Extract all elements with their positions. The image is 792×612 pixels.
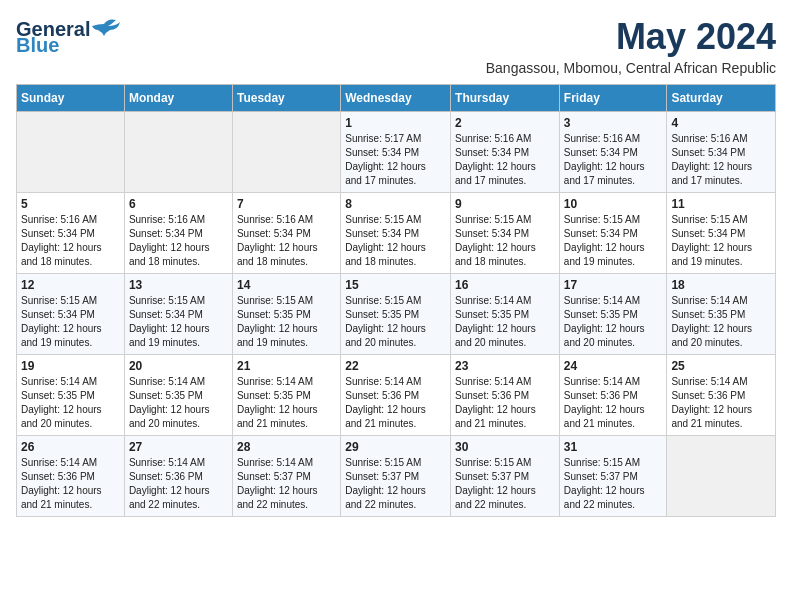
calendar-cell: 8Sunrise: 5:15 AMSunset: 5:34 PMDaylight… [341, 193, 451, 274]
day-info: Sunrise: 5:15 AMSunset: 5:34 PMDaylight:… [345, 213, 446, 269]
calendar-cell: 7Sunrise: 5:16 AMSunset: 5:34 PMDaylight… [232, 193, 340, 274]
day-number: 17 [564, 278, 663, 292]
calendar-cell: 6Sunrise: 5:16 AMSunset: 5:34 PMDaylight… [124, 193, 232, 274]
page-container: General Blue May 2024 Bangassou, Mbomou,… [16, 16, 776, 517]
calendar-cell: 1Sunrise: 5:17 AMSunset: 5:34 PMDaylight… [341, 112, 451, 193]
day-number: 8 [345, 197, 446, 211]
calendar-cell: 20Sunrise: 5:14 AMSunset: 5:35 PMDayligh… [124, 355, 232, 436]
day-number: 14 [237, 278, 336, 292]
logo-bird-icon [90, 16, 120, 44]
day-info: Sunrise: 5:15 AMSunset: 5:34 PMDaylight:… [21, 294, 120, 350]
calendar-cell [17, 112, 125, 193]
calendar-cell: 29Sunrise: 5:15 AMSunset: 5:37 PMDayligh… [341, 436, 451, 517]
week-row-2: 5Sunrise: 5:16 AMSunset: 5:34 PMDaylight… [17, 193, 776, 274]
day-number: 22 [345, 359, 446, 373]
week-row-5: 26Sunrise: 5:14 AMSunset: 5:36 PMDayligh… [17, 436, 776, 517]
day-info: Sunrise: 5:15 AMSunset: 5:37 PMDaylight:… [345, 456, 446, 512]
day-info: Sunrise: 5:14 AMSunset: 5:36 PMDaylight:… [455, 375, 555, 431]
day-info: Sunrise: 5:14 AMSunset: 5:35 PMDaylight:… [564, 294, 663, 350]
day-info: Sunrise: 5:16 AMSunset: 5:34 PMDaylight:… [564, 132, 663, 188]
day-number: 6 [129, 197, 228, 211]
calendar-cell: 31Sunrise: 5:15 AMSunset: 5:37 PMDayligh… [559, 436, 667, 517]
calendar-cell: 5Sunrise: 5:16 AMSunset: 5:34 PMDaylight… [17, 193, 125, 274]
day-number: 1 [345, 116, 446, 130]
calendar-cell: 23Sunrise: 5:14 AMSunset: 5:36 PMDayligh… [451, 355, 560, 436]
day-info: Sunrise: 5:16 AMSunset: 5:34 PMDaylight:… [237, 213, 336, 269]
calendar-cell: 26Sunrise: 5:14 AMSunset: 5:36 PMDayligh… [17, 436, 125, 517]
header: General Blue May 2024 Bangassou, Mbomou,… [16, 16, 776, 76]
day-number: 9 [455, 197, 555, 211]
logo: General Blue [16, 16, 120, 58]
day-number: 28 [237, 440, 336, 454]
day-info: Sunrise: 5:14 AMSunset: 5:36 PMDaylight:… [129, 456, 228, 512]
day-number: 20 [129, 359, 228, 373]
day-info: Sunrise: 5:16 AMSunset: 5:34 PMDaylight:… [21, 213, 120, 269]
day-number: 10 [564, 197, 663, 211]
month-title: May 2024 [486, 16, 776, 58]
day-info: Sunrise: 5:16 AMSunset: 5:34 PMDaylight:… [129, 213, 228, 269]
day-number: 13 [129, 278, 228, 292]
day-number: 27 [129, 440, 228, 454]
day-info: Sunrise: 5:16 AMSunset: 5:34 PMDaylight:… [671, 132, 771, 188]
day-number: 29 [345, 440, 446, 454]
day-number: 12 [21, 278, 120, 292]
day-number: 21 [237, 359, 336, 373]
calendar-cell: 21Sunrise: 5:14 AMSunset: 5:35 PMDayligh… [232, 355, 340, 436]
calendar-cell: 24Sunrise: 5:14 AMSunset: 5:36 PMDayligh… [559, 355, 667, 436]
calendar-cell: 14Sunrise: 5:15 AMSunset: 5:35 PMDayligh… [232, 274, 340, 355]
day-number: 11 [671, 197, 771, 211]
day-info: Sunrise: 5:15 AMSunset: 5:34 PMDaylight:… [564, 213, 663, 269]
day-number: 25 [671, 359, 771, 373]
col-saturday: Saturday [667, 85, 776, 112]
day-info: Sunrise: 5:16 AMSunset: 5:34 PMDaylight:… [455, 132, 555, 188]
day-number: 5 [21, 197, 120, 211]
calendar-cell: 12Sunrise: 5:15 AMSunset: 5:34 PMDayligh… [17, 274, 125, 355]
calendar-cell: 16Sunrise: 5:14 AMSunset: 5:35 PMDayligh… [451, 274, 560, 355]
day-number: 23 [455, 359, 555, 373]
day-info: Sunrise: 5:15 AMSunset: 5:34 PMDaylight:… [129, 294, 228, 350]
day-number: 15 [345, 278, 446, 292]
day-info: Sunrise: 5:15 AMSunset: 5:34 PMDaylight:… [671, 213, 771, 269]
location: Bangassou, Mbomou, Central African Repub… [486, 60, 776, 76]
day-number: 24 [564, 359, 663, 373]
day-number: 31 [564, 440, 663, 454]
calendar-cell [232, 112, 340, 193]
day-number: 7 [237, 197, 336, 211]
col-friday: Friday [559, 85, 667, 112]
day-number: 18 [671, 278, 771, 292]
calendar-cell [124, 112, 232, 193]
calendar-cell: 25Sunrise: 5:14 AMSunset: 5:36 PMDayligh… [667, 355, 776, 436]
title-area: May 2024 Bangassou, Mbomou, Central Afri… [486, 16, 776, 76]
day-info: Sunrise: 5:14 AMSunset: 5:35 PMDaylight:… [237, 375, 336, 431]
calendar-cell: 19Sunrise: 5:14 AMSunset: 5:35 PMDayligh… [17, 355, 125, 436]
day-info: Sunrise: 5:14 AMSunset: 5:35 PMDaylight:… [671, 294, 771, 350]
col-thursday: Thursday [451, 85, 560, 112]
logo-line2: Blue [16, 35, 90, 55]
day-number: 19 [21, 359, 120, 373]
day-info: Sunrise: 5:14 AMSunset: 5:36 PMDaylight:… [564, 375, 663, 431]
week-row-1: 1Sunrise: 5:17 AMSunset: 5:34 PMDaylight… [17, 112, 776, 193]
col-wednesday: Wednesday [341, 85, 451, 112]
calendar-cell: 27Sunrise: 5:14 AMSunset: 5:36 PMDayligh… [124, 436, 232, 517]
calendar-cell: 11Sunrise: 5:15 AMSunset: 5:34 PMDayligh… [667, 193, 776, 274]
day-info: Sunrise: 5:15 AMSunset: 5:35 PMDaylight:… [237, 294, 336, 350]
day-info: Sunrise: 5:15 AMSunset: 5:35 PMDaylight:… [345, 294, 446, 350]
day-number: 30 [455, 440, 555, 454]
day-info: Sunrise: 5:14 AMSunset: 5:35 PMDaylight:… [21, 375, 120, 431]
calendar-cell: 10Sunrise: 5:15 AMSunset: 5:34 PMDayligh… [559, 193, 667, 274]
day-info: Sunrise: 5:14 AMSunset: 5:36 PMDaylight:… [21, 456, 120, 512]
day-number: 4 [671, 116, 771, 130]
day-info: Sunrise: 5:15 AMSunset: 5:37 PMDaylight:… [564, 456, 663, 512]
calendar-cell [667, 436, 776, 517]
calendar-cell: 15Sunrise: 5:15 AMSunset: 5:35 PMDayligh… [341, 274, 451, 355]
calendar-cell: 2Sunrise: 5:16 AMSunset: 5:34 PMDaylight… [451, 112, 560, 193]
day-number: 26 [21, 440, 120, 454]
calendar-cell: 28Sunrise: 5:14 AMSunset: 5:37 PMDayligh… [232, 436, 340, 517]
calendar-cell: 18Sunrise: 5:14 AMSunset: 5:35 PMDayligh… [667, 274, 776, 355]
day-info: Sunrise: 5:15 AMSunset: 5:34 PMDaylight:… [455, 213, 555, 269]
calendar-cell: 17Sunrise: 5:14 AMSunset: 5:35 PMDayligh… [559, 274, 667, 355]
week-row-4: 19Sunrise: 5:14 AMSunset: 5:35 PMDayligh… [17, 355, 776, 436]
col-monday: Monday [124, 85, 232, 112]
day-info: Sunrise: 5:14 AMSunset: 5:37 PMDaylight:… [237, 456, 336, 512]
day-info: Sunrise: 5:14 AMSunset: 5:36 PMDaylight:… [671, 375, 771, 431]
